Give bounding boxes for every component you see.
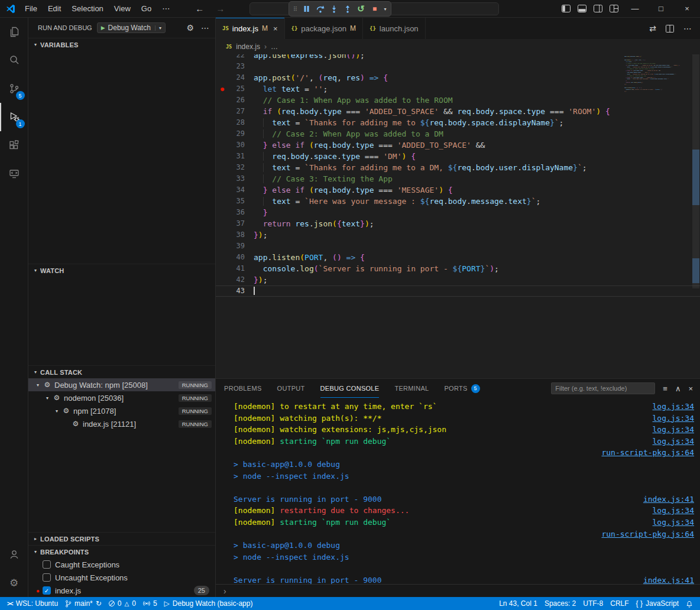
minimize-button[interactable]: —	[622, 0, 648, 18]
filter-icon[interactable]: ≡	[663, 384, 667, 393]
run-and-debug-icon[interactable]: 1	[0, 103, 28, 131]
console-filter-input[interactable]	[551, 382, 655, 394]
maximize-button[interactable]: □	[648, 0, 674, 18]
gutter[interactable]: 29	[216, 128, 254, 139]
breakpoint-margin[interactable]	[216, 218, 229, 229]
breakpoint-margin[interactable]	[216, 173, 229, 184]
call-stack-session[interactable]: ▾⚙npm [21078]RUNNING	[28, 404, 215, 417]
stop-dropdown-chevron-icon[interactable]: ▾	[382, 2, 388, 15]
chevron-down-icon[interactable]: ▾	[52, 408, 61, 414]
watch-section-header[interactable]: ▾ WATCH	[28, 264, 215, 277]
debug-console-output[interactable]: [nodemon] to restart at any time, enter …	[216, 398, 700, 584]
menu-selection[interactable]: Selection	[66, 2, 108, 15]
code-line-25[interactable]: ●25 let text = '';	[216, 83, 700, 95]
code-line-34[interactable]: 34 } else if (req.body.type === 'MESSAGE…	[216, 184, 700, 196]
breakpoint-item[interactable]: ●✓index.js25	[28, 584, 215, 597]
menu-file[interactable]: File	[20, 2, 43, 15]
step-into-button[interactable]	[328, 2, 340, 15]
accounts-icon[interactable]	[0, 540, 28, 569]
breakpoint-margin[interactable]	[216, 162, 229, 173]
compare-changes-icon[interactable]: ⇄	[649, 24, 656, 33]
extensions-icon[interactable]	[0, 131, 28, 160]
code-line-35[interactable]: 35 text = `Here was your message : ${req…	[216, 196, 700, 207]
gutter[interactable]: 37	[216, 218, 254, 229]
source-location-link[interactable]: log.js:34	[643, 436, 694, 447]
tab-package.json[interactable]: {}package.jsonM	[285, 18, 363, 39]
breakpoint-dot[interactable]: ●	[216, 83, 229, 95]
call-stack-session[interactable]: ▾⚙Debug Watch: npm [25008]RUNNING	[28, 378, 215, 391]
source-location-link[interactable]: log.js:34	[643, 401, 694, 413]
nav-back-icon[interactable]: ←	[195, 4, 204, 14]
call-stack-session[interactable]: ⚙index.js [21121]RUNNING	[28, 417, 215, 430]
source-location-link[interactable]: log.js:34	[643, 505, 694, 517]
gutter[interactable]: 41	[216, 263, 254, 274]
language-mode-status[interactable]: { } JavaScript	[633, 597, 682, 610]
loaded-scripts-section-header[interactable]: ▸ LOADED SCRIPTS	[28, 532, 215, 545]
code-line-37[interactable]: 37 return res.json({text});	[216, 218, 700, 229]
panel-tab-ports[interactable]: PORTS5	[444, 379, 479, 398]
configure-gear-icon[interactable]: ⚙	[186, 23, 194, 33]
breakpoint-margin[interactable]	[216, 274, 229, 285]
breadcrumb-symbol[interactable]: …	[271, 43, 278, 51]
code-line-41[interactable]: 41 console.log(`Server is running in por…	[216, 263, 700, 274]
breakpoint-margin[interactable]	[216, 151, 229, 162]
gutter[interactable]: 36	[216, 207, 254, 218]
config-chevron-down-icon[interactable]: ▾	[155, 25, 161, 31]
nav-forward-icon[interactable]: →	[216, 4, 225, 14]
toolbar-drag-handle-icon[interactable]: ⠿	[291, 2, 299, 15]
code-line-29[interactable]: 29 // Case 2: When App was added to a DM	[216, 128, 700, 139]
code-line-26[interactable]: 26 // Case 1: When App was added to the …	[216, 95, 700, 106]
gutter[interactable]: 30	[216, 139, 254, 151]
gutter[interactable]: 23	[216, 61, 254, 72]
breakpoint-margin[interactable]	[216, 252, 229, 263]
sync-icon[interactable]: ↻	[96, 599, 102, 608]
gutter[interactable]: 35	[216, 196, 254, 207]
editor-scrollbar[interactable]	[692, 54, 700, 378]
breakpoint-margin[interactable]	[216, 207, 229, 218]
code-line-22[interactable]: 22app.use(express.json());	[216, 54, 700, 61]
code-line-27[interactable]: 27 if (req.body.type === 'ADDED_TO_SPACE…	[216, 106, 700, 117]
stop-button[interactable]: ■	[368, 2, 381, 15]
gutter[interactable]: 27	[216, 106, 254, 117]
gutter[interactable]: 22	[216, 54, 254, 61]
problems-status[interactable]: 0 △ 0	[105, 597, 140, 610]
step-over-button[interactable]	[314, 2, 326, 15]
panel-tab-debug-console[interactable]: DEBUG CONSOLE	[320, 379, 380, 398]
forwarded-ports-status[interactable]: 5	[140, 597, 161, 610]
maximize-panel-icon[interactable]: ∧	[675, 384, 681, 393]
breakpoint-margin[interactable]	[216, 184, 229, 196]
tab-index.js[interactable]: JSindex.jsM×	[216, 18, 285, 39]
breakpoints-section-header[interactable]: ▾ BREAKPOINTS	[28, 545, 215, 558]
chevron-down-icon[interactable]: ▾	[33, 382, 43, 388]
code-editor[interactable]: 22app.use(express.json());2324app.post('…	[216, 54, 700, 378]
code-line-43[interactable]: 43	[216, 285, 700, 297]
indentation-status[interactable]: Spaces: 2	[541, 597, 579, 610]
code-line-40[interactable]: 40app.listen(PORT, () => {	[216, 252, 700, 263]
debug-configuration-dropdown[interactable]: ▶ Debug Watch ▾	[97, 22, 166, 33]
breakpoint-margin[interactable]	[216, 196, 229, 207]
call-stack-section-header[interactable]: ▾ CALL STACK	[28, 365, 215, 378]
breadcrumb-file[interactable]: index.js	[236, 43, 260, 51]
breakpoint-margin[interactable]	[216, 139, 229, 151]
breakpoint-margin[interactable]	[216, 61, 229, 72]
gutter[interactable]: 34	[216, 184, 254, 196]
breakpoint-margin[interactable]	[216, 106, 229, 117]
toggle-panel-icon[interactable]	[574, 1, 590, 17]
call-stack-session[interactable]: ▾⚙nodemon [25036]RUNNING	[28, 391, 215, 404]
notifications-bell-icon[interactable]	[682, 597, 696, 610]
variables-section-header[interactable]: ▾ VARIABLES	[28, 38, 215, 51]
toggle-primary-sidebar-icon[interactable]	[558, 1, 574, 17]
breakpoint-margin[interactable]	[216, 285, 229, 297]
gutter[interactable]: 26	[216, 95, 254, 106]
menu-go[interactable]: Go	[136, 2, 157, 15]
breakpoint-margin[interactable]	[216, 128, 229, 139]
toggle-secondary-sidebar-icon[interactable]	[590, 1, 606, 17]
gutter[interactable]: ●25	[216, 83, 254, 95]
source-location-link[interactable]: run-script-pkg.js:64	[592, 447, 694, 459]
split-editor-icon[interactable]	[666, 25, 674, 33]
breakpoint-item[interactable]: Uncaught Exceptions	[28, 571, 215, 584]
code-line-23[interactable]: 23	[216, 61, 700, 72]
code-line-32[interactable]: 32 text = `Thanks for adding me to a DM,…	[216, 162, 700, 173]
pause-button[interactable]	[300, 2, 313, 15]
code-line-39[interactable]: 39	[216, 241, 700, 252]
